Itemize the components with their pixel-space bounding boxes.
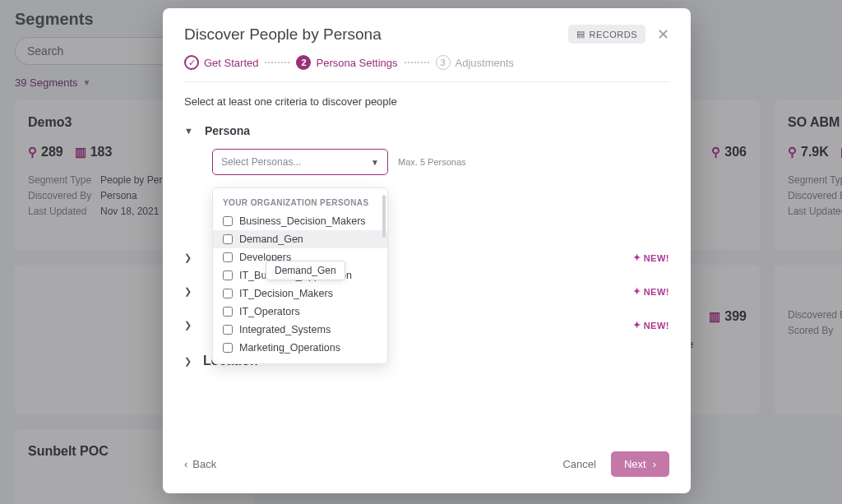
step-active[interactable]: 2Persona Settings [296,55,397,70]
dropdown-item-label: IT_Decision_Makers [239,288,333,299]
dropdown-item[interactable]: Integrated_Systems [213,321,387,339]
persona-select-placeholder: Select Personas... [221,156,301,168]
criteria-subhead: Select at least one criteria to discover… [184,95,669,108]
dropdown-checkbox[interactable] [223,343,233,353]
chevron-left-icon: ‹ [184,458,187,470]
dropdown-checkbox[interactable] [223,307,233,317]
step-separator [265,62,289,63]
chevron-right-icon: ❯ [184,252,192,263]
next-label: Next [624,458,646,470]
dropdown-item-label: Integrated_Systems [239,324,331,335]
new-badge: ✦ NEW! [633,320,669,331]
step-label: Persona Settings [316,57,397,69]
dropdown-item[interactable]: Business_Decision_Makers [213,212,387,230]
dropdown-checkbox[interactable] [223,325,233,335]
step-number: 3 [436,55,451,70]
step-done[interactable]: ✓Get Started [184,55,258,70]
dropdown-checkbox[interactable] [223,216,233,226]
dropdown-item[interactable]: Marketing_Operations [213,339,387,357]
step-label: Get Started [204,57,258,69]
chevron-down-icon: ▼ [184,126,193,136]
dropdown-item[interactable]: Demand_Gen [213,230,387,248]
discover-modal: Discover People by Persona ▤ RECORDS ✕ ✓… [163,8,691,493]
dropdown-checkbox[interactable] [223,234,233,244]
records-label: RECORDS [589,30,637,39]
dropdown-checkbox[interactable] [223,270,233,280]
section-persona-label: Persona [205,124,250,137]
dropdown-item-label: Business_Decision_Makers [239,215,366,227]
chevron-down-icon: ▼ [371,158,379,167]
section-persona: ▼ Persona Select Personas... ▼ Max. 5 Pe… [184,124,669,175]
dropdown-item-label: Demand_Gen [239,234,303,245]
close-icon[interactable]: ✕ [657,25,669,44]
dropdown-item[interactable]: IT_Decision_Makers [213,284,387,303]
step-label: Adjustments [456,57,515,69]
step-future[interactable]: 3Adjustments [436,55,515,70]
persona-select[interactable]: Select Personas... ▼ [212,149,388,175]
cancel-button[interactable]: Cancel [562,458,595,470]
new-badge: ✦ NEW! [633,252,669,263]
dropdown-item-label: Marketing_Operations [239,342,340,354]
section-persona-header[interactable]: ▼ Persona [184,124,669,137]
dropdown-tooltip: Demand_Gen [266,261,345,280]
dropdown-item[interactable]: IT_Operators [213,303,387,321]
back-label: Back [192,458,216,470]
modal-title: Discover People by Persona [184,25,382,44]
stepper: ✓Get Started2Persona Settings3Adjustment… [184,55,669,82]
dropdown-section-header: YOUR ORGANIZATION PERSONAS [213,195,387,212]
step-number: 2 [296,55,311,70]
step-separator [405,62,429,63]
chevron-right-icon: ❯ [184,286,192,297]
max-personas-note: Max. 5 Personas [398,157,466,167]
chevron-right-icon: › [653,458,656,470]
dropdown-item-label: IT_Operators [239,306,300,317]
modal-header: Discover People by Persona ▤ RECORDS ✕ ✓… [163,8,691,82]
dropdown-checkbox[interactable] [223,289,233,298]
check-icon: ✓ [184,55,199,70]
chevron-right-icon: ❯ [184,320,192,331]
dropdown-checkbox[interactable] [223,252,233,262]
dropdown-scrollbar[interactable] [382,195,386,238]
records-button[interactable]: ▤ RECORDS [568,25,645,44]
modal-body: Select at least one criteria to discover… [163,82,691,438]
modal-footer: ‹ Back Cancel Next › [163,438,691,493]
back-button[interactable]: ‹ Back [184,458,216,470]
records-icon: ▤ [576,29,585,39]
next-button[interactable]: Next › [611,451,669,477]
new-badge: ✦ NEW! [633,286,669,297]
chevron-right-icon: ❯ [184,356,192,367]
